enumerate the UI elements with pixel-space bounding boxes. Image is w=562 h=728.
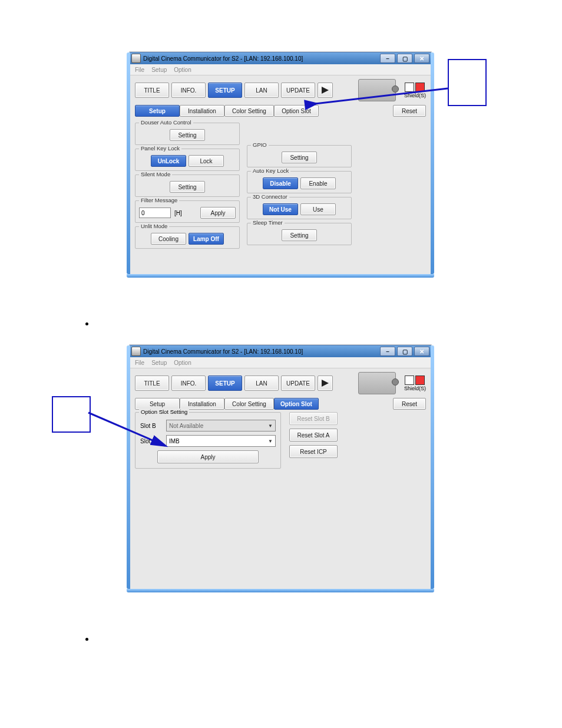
gpio-setting-button[interactable]: Setting: [282, 151, 317, 163]
callout-box-2: [52, 396, 91, 433]
group-autokey: Auto Key Lock Disable Enable: [247, 171, 352, 193]
subtab-option-slot-2[interactable]: Option Slot: [274, 398, 319, 410]
menu-setup-2[interactable]: Setup: [151, 360, 167, 366]
slot-a-dropdown[interactable]: IMB ▼: [166, 435, 276, 447]
sleep-legend: Sleep Timer: [251, 219, 285, 226]
autokey-legend: Auto Key Lock: [251, 167, 290, 174]
notuse-button[interactable]: Not Use: [263, 203, 298, 215]
window-title-2: Digital Cinema Communicator for S2 - [LA…: [143, 348, 303, 355]
play-icon-2: [322, 380, 329, 387]
gpio-legend: GPIO: [251, 141, 269, 148]
menu-option[interactable]: Option: [174, 67, 191, 73]
subtab-installation[interactable]: Installation: [180, 105, 224, 117]
group-douser: Douser Auto Control Setting: [135, 123, 240, 145]
group-unlit: Unlit Mode Cooling Lamp Off: [135, 226, 240, 249]
title-bar-2: Digital Cinema Communicator for S2 - [LA…: [130, 345, 431, 357]
douser-legend: Douser Auto Control: [139, 119, 193, 126]
unlit-legend: Unlit Mode: [139, 223, 169, 229]
maximize-button-2[interactable]: ▢: [397, 347, 412, 356]
menu-file[interactable]: File: [135, 67, 144, 73]
shield-box-red-2: [415, 375, 425, 385]
tab-setup[interactable]: SETUP: [208, 83, 242, 98]
window-title: Digital Cinema Communicator for S2 - [LA…: [143, 55, 303, 62]
group-silent: Silent Mode Setting: [135, 174, 240, 197]
group-panel-key: Panel Key Lock UnLock Lock: [135, 149, 240, 171]
svg-marker-2: [322, 380, 329, 387]
threed-legend: 3D Connector: [251, 193, 289, 200]
callout-arrow-1: [309, 88, 451, 112]
group-sleep: Sleep Timer Setting: [247, 223, 352, 245]
subtab-color-setting-2[interactable]: Color Setting: [224, 398, 274, 410]
reset-slot-b-button: Reset Slot B: [289, 412, 338, 425]
chevron-down-icon-2: ▼: [268, 439, 273, 444]
minimize-button[interactable]: –: [380, 54, 395, 63]
lock-button[interactable]: Lock: [189, 155, 224, 167]
menu-setup[interactable]: Setup: [151, 67, 167, 73]
silent-legend: Silent Mode: [139, 171, 172, 177]
panel-key-legend: Panel Key Lock: [139, 145, 181, 151]
group-filter: Filter Message 0 [H] Apply: [135, 200, 240, 223]
filter-unit: [H]: [174, 210, 182, 216]
filter-apply-button[interactable]: Apply: [200, 207, 236, 219]
slot-b-dropdown: Not Available ▼: [166, 420, 276, 431]
callout-arrow-2: [88, 413, 177, 454]
sleep-setting-button[interactable]: Setting: [282, 229, 317, 241]
shield-label-2: Shield(S): [404, 386, 426, 391]
menu-bar-2: File Setup Option: [130, 357, 431, 368]
use-button[interactable]: Use: [300, 203, 336, 215]
menu-option-2[interactable]: Option: [174, 360, 191, 366]
silent-setting-button[interactable]: Setting: [170, 181, 205, 193]
close-button-2[interactable]: ✕: [414, 347, 429, 356]
play-button-2[interactable]: [318, 375, 333, 391]
unlock-button[interactable]: UnLock: [151, 155, 186, 167]
tab-title-2[interactable]: TITLE: [135, 375, 169, 391]
app-icon-2: [131, 347, 141, 356]
autokey-disable-button[interactable]: Disable: [263, 177, 298, 189]
subtab-setup[interactable]: Setup: [135, 105, 180, 117]
lamp-off-button[interactable]: Lamp Off: [189, 233, 224, 245]
reset-button-2[interactable]: Reset: [393, 398, 426, 410]
maximize-button[interactable]: ▢: [397, 54, 412, 63]
svg-line-3: [88, 413, 165, 446]
subtab-installation-2[interactable]: Installation: [180, 398, 224, 410]
chevron-down-icon: ▼: [268, 423, 273, 429]
title-bar: Digital Cinema Communicator for S2 - [LA…: [130, 52, 431, 64]
tab-info[interactable]: INFO.: [171, 83, 206, 98]
group-gpio: GPIO Setting: [247, 145, 352, 167]
bullet-2: [85, 638, 88, 641]
tab-lan[interactable]: LAN: [244, 83, 279, 98]
callout-box-1: [448, 59, 487, 106]
filter-hours-input[interactable]: 0: [139, 207, 171, 218]
minimize-button-2[interactable]: –: [380, 347, 395, 356]
filter-legend: Filter Message: [139, 197, 179, 203]
tab-title[interactable]: TITLE: [135, 83, 169, 98]
group-3d: 3D Connector Not Use Use: [247, 197, 352, 219]
tab-update-2[interactable]: UPDATE: [281, 375, 315, 391]
menu-bar: File Setup Option: [130, 64, 431, 75]
close-button[interactable]: ✕: [414, 54, 429, 63]
subtab-color-setting[interactable]: Color Setting: [224, 105, 274, 117]
cooling-button[interactable]: Cooling: [151, 233, 186, 245]
tab-setup-2[interactable]: SETUP: [208, 375, 242, 391]
svg-line-1: [315, 88, 448, 104]
autokey-enable-button[interactable]: Enable: [300, 177, 336, 189]
tab-info-2[interactable]: INFO.: [171, 375, 206, 391]
shield-status-2: Shield(S): [404, 375, 426, 391]
bullet-1: [85, 322, 88, 325]
app-icon: [131, 54, 141, 63]
menu-file-2[interactable]: File: [135, 360, 144, 366]
shield-box-white-2: [405, 375, 414, 385]
reset-slot-a-button[interactable]: Reset Slot A: [289, 429, 338, 442]
douser-setting-button[interactable]: Setting: [170, 129, 205, 141]
subtab-setup-2[interactable]: Setup: [135, 398, 180, 410]
tab-lan-2[interactable]: LAN: [244, 375, 279, 391]
reset-icp-button[interactable]: Reset ICP: [289, 445, 338, 458]
projector-icon-2: [358, 372, 396, 394]
